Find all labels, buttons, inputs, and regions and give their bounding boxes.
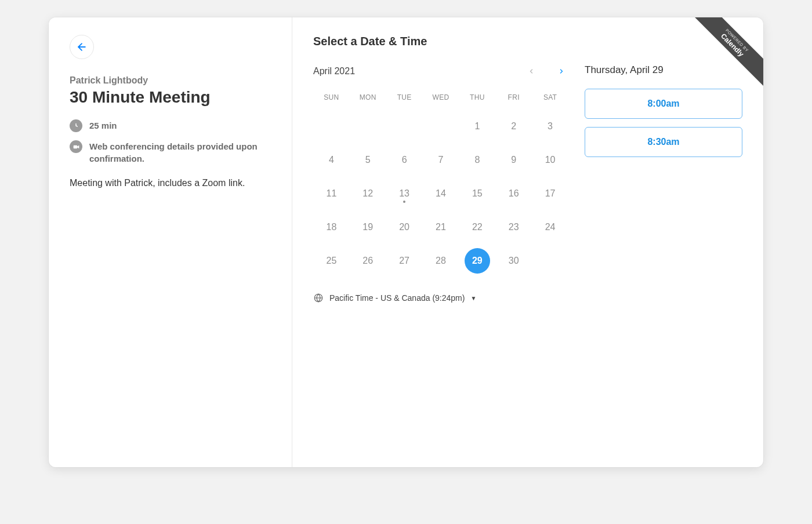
calendar-day[interactable]: 14 xyxy=(423,181,459,206)
arrow-left-icon xyxy=(76,41,88,53)
dow-tue: TUE xyxy=(386,90,423,110)
calendar-day[interactable]: 25 xyxy=(313,248,350,274)
day-number: 2 xyxy=(501,114,527,139)
dow-fri: FRI xyxy=(495,90,532,110)
booking-card: POWERED BY Calendly Patrick Lightbody 30… xyxy=(49,17,763,467)
day-number: 19 xyxy=(355,214,380,240)
calendar-day[interactable]: 26 xyxy=(350,248,386,274)
day-number: 22 xyxy=(465,214,490,240)
event-info-panel: Patrick Lightbody 30 Minute Meeting 25 m… xyxy=(49,17,292,467)
calendar-week: 123 xyxy=(313,110,568,143)
day-number: 12 xyxy=(355,181,380,206)
calendar-day[interactable]: 9 xyxy=(495,147,532,173)
day-number: 21 xyxy=(428,214,454,240)
day-number: 25 xyxy=(318,248,344,274)
calendar-week: 252627282930 xyxy=(313,244,568,278)
day-number: 23 xyxy=(501,214,527,240)
day-number: 14 xyxy=(428,181,454,206)
next-month-button[interactable] xyxy=(554,64,568,78)
calendar-day[interactable]: 29 xyxy=(459,248,495,274)
calendar-day[interactable]: 28 xyxy=(423,248,459,274)
duration-row: 25 min xyxy=(70,119,271,132)
day-number: 29 xyxy=(465,248,490,274)
location-row: Web conferencing details provided upon c… xyxy=(70,140,271,165)
calendar-day[interactable]: 3 xyxy=(532,114,568,139)
timezone-selector[interactable]: Pacific Time - US & Canada (9:24pm) ▼ xyxy=(313,293,568,303)
host-name: Patrick Lightbody xyxy=(70,75,271,86)
calendar-day[interactable]: 27 xyxy=(386,248,423,274)
day-number: 27 xyxy=(392,248,417,274)
dow-wed: WED xyxy=(423,90,459,110)
calendar-day[interactable]: 30 xyxy=(495,248,532,274)
weekday-header: SUN MON TUE WED THU FRI SAT xyxy=(313,90,568,110)
svg-marker-2 xyxy=(77,145,79,148)
calendar-day[interactable]: 2 xyxy=(495,114,532,139)
day-number: 20 xyxy=(392,214,417,240)
day-number: 26 xyxy=(355,248,380,274)
day-number: 17 xyxy=(538,181,563,206)
day-number: 3 xyxy=(538,114,563,139)
day-number: 28 xyxy=(428,248,454,274)
dow-sat: SAT xyxy=(532,90,568,110)
day-number: 8 xyxy=(465,147,490,173)
event-description: Meeting with Patrick, includes a Zoom li… xyxy=(70,176,271,190)
calendar-day[interactable]: 24 xyxy=(532,214,568,240)
day-number: 24 xyxy=(538,214,563,240)
day-number: 15 xyxy=(465,181,490,206)
date-time-panel: Select a Date & Time April 2021 xyxy=(292,17,763,467)
calendar-day[interactable]: 8 xyxy=(459,147,495,173)
calendar-grid: 1234567891011121314151617181920212223242… xyxy=(313,110,568,278)
day-number: 18 xyxy=(318,214,344,240)
calendar-day[interactable]: 11 xyxy=(313,181,350,206)
globe-icon xyxy=(313,293,324,303)
calendar-day[interactable]: 15 xyxy=(459,181,495,206)
calendar-day[interactable]: 13 xyxy=(386,181,423,206)
chevron-left-icon xyxy=(528,68,535,75)
calendar-week: 18192021222324 xyxy=(313,210,568,244)
calendar-day[interactable]: 16 xyxy=(495,181,532,206)
day-number: 16 xyxy=(501,181,527,206)
calendar-day[interactable]: 10 xyxy=(532,147,568,173)
back-button[interactable] xyxy=(70,35,94,59)
day-number: 10 xyxy=(538,147,563,173)
calendar-day[interactable]: 18 xyxy=(313,214,350,240)
caret-down-icon: ▼ xyxy=(470,295,476,301)
calendar-day[interactable]: 20 xyxy=(386,214,423,240)
selected-date-label: Thursday, April 29 xyxy=(585,64,742,76)
calendar-day[interactable]: 12 xyxy=(350,181,386,206)
calendar-week: 11121314151617 xyxy=(313,177,568,210)
calendar-header: April 2021 xyxy=(313,64,568,78)
timeslot-button[interactable]: 8:00am xyxy=(585,89,742,119)
chevron-right-icon xyxy=(558,68,565,75)
calendar-day[interactable]: 7 xyxy=(423,147,459,173)
calendar: April 2021 SUN MON TUE WED T xyxy=(313,64,568,303)
day-number: 7 xyxy=(428,147,454,173)
day-number: 5 xyxy=(355,147,380,173)
calendar-day[interactable]: 5 xyxy=(350,147,386,173)
calendar-day[interactable]: 17 xyxy=(532,181,568,206)
calendar-day[interactable]: 4 xyxy=(313,147,350,173)
duration-text: 25 min xyxy=(89,119,117,132)
svg-rect-1 xyxy=(73,145,77,148)
calendar-day[interactable]: 1 xyxy=(459,114,495,139)
day-number: 30 xyxy=(501,248,527,274)
prev-month-button[interactable] xyxy=(524,64,538,78)
calendar-day[interactable]: 21 xyxy=(423,214,459,240)
location-text: Web conferencing details provided upon c… xyxy=(89,140,271,165)
timeslot-button[interactable]: 8:30am xyxy=(585,127,742,157)
timeslot-list: 8:00am8:30am xyxy=(585,89,742,157)
video-icon xyxy=(70,140,82,153)
calendar-day[interactable]: 23 xyxy=(495,214,532,240)
event-title: 30 Minute Meeting xyxy=(70,88,271,107)
calendar-week: 45678910 xyxy=(313,143,568,177)
dow-mon: MON xyxy=(350,90,386,110)
day-number: 6 xyxy=(392,147,417,173)
calendar-day[interactable]: 6 xyxy=(386,147,423,173)
calendar-day[interactable]: 22 xyxy=(459,214,495,240)
calendar-day[interactable]: 19 xyxy=(350,214,386,240)
select-date-time-title: Select a Date & Time xyxy=(313,35,742,48)
day-number: 1 xyxy=(465,114,490,139)
dow-thu: THU xyxy=(459,90,495,110)
dow-sun: SUN xyxy=(313,90,350,110)
month-label: April 2021 xyxy=(313,66,355,77)
